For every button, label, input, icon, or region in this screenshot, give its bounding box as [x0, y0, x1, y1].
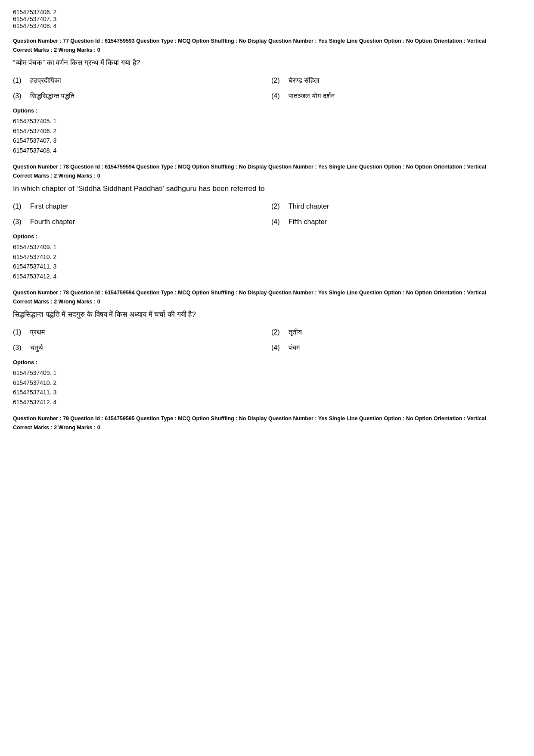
q78en-list-3: 61547537411. 3 — [13, 262, 521, 271]
q77-marks: Correct Marks : 2 Wrong Marks : 0 — [13, 47, 521, 53]
question-77: Question Number : 77 Question Id : 61547… — [13, 37, 521, 155]
q79-marks: Correct Marks : 2 Wrong Marks : 0 — [13, 425, 521, 431]
q78en-list-2: 61547537410. 2 — [13, 252, 521, 262]
q78hi-opt3-text: चतुर्थ — [30, 342, 43, 353]
q78en-text: In which chapter of ‘Siddha Siddhant Pad… — [13, 183, 521, 194]
q77-opt1-num: (1) — [13, 75, 23, 86]
q77-list-3: 61547537407. 3 — [13, 136, 521, 145]
q77-option-3: (3) सिद्धसिद्धान्त पद्धति — [13, 91, 263, 102]
q77-opt3-num: (3) — [13, 91, 23, 102]
q78en-marks: Correct Marks : 2 Wrong Marks : 0 — [13, 173, 521, 179]
q78en-option-3: (3) Fourth chapter — [13, 216, 263, 228]
question-79: Question Number : 79 Question Id : 61547… — [13, 415, 521, 431]
q78en-meta: Question Number : 78 Question Id : 61547… — [13, 163, 521, 171]
q78hi-meta: Question Number : 78 Question Id : 61547… — [13, 289, 521, 297]
q78en-opt1-num: (1) — [13, 201, 23, 212]
q77-option-1: (1) हठप्रदीपिका — [13, 75, 263, 86]
q78hi-opt4-num: (4) — [271, 342, 282, 353]
q77-opt4-text: पातञ्जल योग दर्शन — [289, 91, 335, 102]
q77-list-1: 61547537405. 1 — [13, 116, 521, 126]
q78en-option-4: (4) Fifth chapter — [271, 216, 521, 228]
top-option-1: 61547537406. 2 — [13, 9, 521, 16]
q78en-list-1: 61547537409. 1 — [13, 242, 521, 252]
q77-opt2-text: घेरण्ड संहिता — [289, 75, 320, 86]
q77-list-2: 61547537406. 2 — [13, 126, 521, 136]
q78en-option-2: (2) Third chapter — [271, 201, 521, 212]
q78hi-list-4: 61547537412. 4 — [13, 397, 521, 407]
q78hi-text: सिद्धसिद्धान्त पद्धति में सदगुरु के विषय… — [13, 309, 521, 320]
top-option-2: 61547537407. 3 — [13, 16, 521, 22]
q77-opt4-num: (4) — [271, 91, 282, 102]
q77-opt2-num: (2) — [271, 75, 282, 86]
q78en-options-list: 61547537409. 1 61547537410. 2 6154753741… — [13, 242, 521, 281]
q78hi-marks: Correct Marks : 2 Wrong Marks : 0 — [13, 299, 521, 305]
top-option-3: 61547537408. 4 — [13, 22, 521, 29]
question-78-hi: Question Number : 78 Question Id : 61547… — [13, 289, 521, 407]
q78en-options-label: Options : — [13, 233, 521, 240]
q78en-option-1: (1) First chapter — [13, 201, 263, 212]
q78hi-option-4: (4) पंचम — [271, 342, 521, 353]
q77-options-label: Options : — [13, 107, 521, 114]
q78en-opt3-text: Fourth chapter — [30, 216, 75, 228]
question-78-en: Question Number : 78 Question Id : 61547… — [13, 163, 521, 281]
q78en-opt1-text: First chapter — [30, 201, 68, 212]
q78hi-opt2-num: (2) — [271, 327, 282, 338]
q78en-opt4-num: (4) — [271, 216, 282, 228]
q78hi-list-3: 61547537411. 3 — [13, 387, 521, 397]
q77-opt3-text: सिद्धसिद्धान्त पद्धति — [30, 91, 75, 102]
q77-list-4: 61547537408. 4 — [13, 146, 521, 155]
q77-option-4: (4) पातञ्जल योग दर्शन — [271, 91, 521, 102]
q78hi-option-1: (1) प्रथम — [13, 327, 263, 338]
q78hi-list-2: 61547537410. 2 — [13, 378, 521, 387]
q78hi-options-label: Options : — [13, 359, 521, 366]
q78hi-opt1-num: (1) — [13, 327, 23, 338]
q77-option-2: (2) घेरण्ड संहिता — [271, 75, 521, 86]
q78hi-option-3: (3) चतुर्थ — [13, 342, 263, 353]
q78en-list-4: 61547537412. 4 — [13, 272, 521, 281]
q78hi-opt1-text: प्रथम — [30, 327, 45, 338]
q78hi-list-1: 61547537409. 1 — [13, 368, 521, 378]
q77-opt1-text: हठप्रदीपिका — [30, 75, 61, 86]
q78hi-opt3-num: (3) — [13, 342, 23, 353]
q77-options-list: 61547537405. 1 61547537406. 2 6154753740… — [13, 116, 521, 155]
q78en-options-grid: (1) First chapter (2) Third chapter (3) … — [13, 201, 521, 227]
q78en-opt3-num: (3) — [13, 216, 23, 228]
q77-meta: Question Number : 77 Question Id : 61547… — [13, 37, 521, 45]
q78en-opt2-text: Third chapter — [289, 201, 329, 212]
q78en-opt4-text: Fifth chapter — [289, 216, 327, 228]
q78hi-option-2: (2) तृतीय — [271, 327, 521, 338]
q77-options-grid: (1) हठप्रदीपिका (2) घेरण्ड संहिता (3) सि… — [13, 75, 521, 101]
top-options-list: 61547537406. 2 61547537407. 3 6154753740… — [13, 9, 521, 29]
q78hi-options-list: 61547537409. 1 61547537410. 2 6154753741… — [13, 368, 521, 407]
q77-text: “व्योम पंचक” का वर्णन किस ग्रन्थ में किय… — [13, 57, 521, 69]
q78hi-opt2-text: तृतीय — [289, 327, 302, 338]
q78en-opt2-num: (2) — [271, 201, 282, 212]
q79-meta: Question Number : 79 Question Id : 61547… — [13, 415, 521, 423]
q78hi-opt4-text: पंचम — [289, 342, 300, 353]
q78hi-options-grid: (1) प्रथम (2) तृतीय (3) चतुर्थ (4) पंचम — [13, 327, 521, 353]
